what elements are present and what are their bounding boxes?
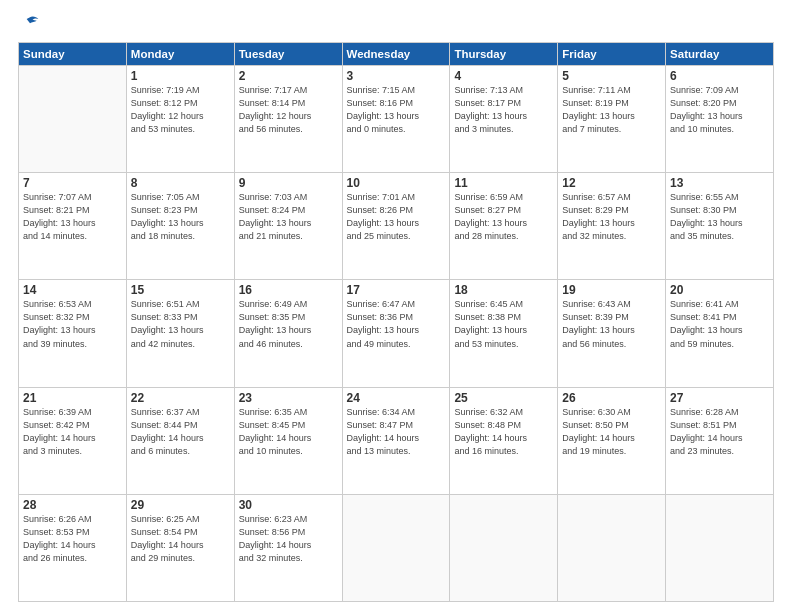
weekday-header-saturday: Saturday [666, 43, 774, 66]
weekday-header-monday: Monday [126, 43, 234, 66]
day-number: 15 [131, 283, 230, 297]
day-number: 12 [562, 176, 661, 190]
calendar-cell: 25Sunrise: 6:32 AMSunset: 8:48 PMDayligh… [450, 387, 558, 494]
day-info: Sunrise: 7:17 AMSunset: 8:14 PMDaylight:… [239, 84, 338, 136]
day-info: Sunrise: 6:37 AMSunset: 8:44 PMDaylight:… [131, 406, 230, 458]
day-number: 26 [562, 391, 661, 405]
day-number: 29 [131, 498, 230, 512]
calendar-cell: 15Sunrise: 6:51 AMSunset: 8:33 PMDayligh… [126, 280, 234, 387]
calendar-cell: 13Sunrise: 6:55 AMSunset: 8:30 PMDayligh… [666, 173, 774, 280]
calendar-cell: 11Sunrise: 6:59 AMSunset: 8:27 PMDayligh… [450, 173, 558, 280]
day-info: Sunrise: 7:09 AMSunset: 8:20 PMDaylight:… [670, 84, 769, 136]
day-info: Sunrise: 6:23 AMSunset: 8:56 PMDaylight:… [239, 513, 338, 565]
day-number: 19 [562, 283, 661, 297]
calendar-cell: 23Sunrise: 6:35 AMSunset: 8:45 PMDayligh… [234, 387, 342, 494]
day-number: 4 [454, 69, 553, 83]
calendar-cell: 17Sunrise: 6:47 AMSunset: 8:36 PMDayligh… [342, 280, 450, 387]
calendar-cell: 12Sunrise: 6:57 AMSunset: 8:29 PMDayligh… [558, 173, 666, 280]
calendar-cell: 20Sunrise: 6:41 AMSunset: 8:41 PMDayligh… [666, 280, 774, 387]
calendar-cell [558, 494, 666, 601]
day-info: Sunrise: 6:47 AMSunset: 8:36 PMDaylight:… [347, 298, 446, 350]
calendar-cell [19, 66, 127, 173]
day-info: Sunrise: 7:11 AMSunset: 8:19 PMDaylight:… [562, 84, 661, 136]
logo [18, 14, 40, 34]
day-number: 5 [562, 69, 661, 83]
calendar-table: SundayMondayTuesdayWednesdayThursdayFrid… [18, 42, 774, 602]
calendar-cell: 16Sunrise: 6:49 AMSunset: 8:35 PMDayligh… [234, 280, 342, 387]
day-info: Sunrise: 6:57 AMSunset: 8:29 PMDaylight:… [562, 191, 661, 243]
calendar-week-1: 1Sunrise: 7:19 AMSunset: 8:12 PMDaylight… [19, 66, 774, 173]
day-info: Sunrise: 6:35 AMSunset: 8:45 PMDaylight:… [239, 406, 338, 458]
calendar-cell: 30Sunrise: 6:23 AMSunset: 8:56 PMDayligh… [234, 494, 342, 601]
day-info: Sunrise: 6:55 AMSunset: 8:30 PMDaylight:… [670, 191, 769, 243]
day-number: 10 [347, 176, 446, 190]
day-info: Sunrise: 6:28 AMSunset: 8:51 PMDaylight:… [670, 406, 769, 458]
calendar-cell [342, 494, 450, 601]
calendar-cell: 7Sunrise: 7:07 AMSunset: 8:21 PMDaylight… [19, 173, 127, 280]
day-number: 25 [454, 391, 553, 405]
calendar-week-4: 21Sunrise: 6:39 AMSunset: 8:42 PMDayligh… [19, 387, 774, 494]
day-number: 8 [131, 176, 230, 190]
day-number: 24 [347, 391, 446, 405]
day-info: Sunrise: 7:05 AMSunset: 8:23 PMDaylight:… [131, 191, 230, 243]
calendar-cell: 2Sunrise: 7:17 AMSunset: 8:14 PMDaylight… [234, 66, 342, 173]
calendar-cell: 10Sunrise: 7:01 AMSunset: 8:26 PMDayligh… [342, 173, 450, 280]
day-number: 20 [670, 283, 769, 297]
day-info: Sunrise: 6:32 AMSunset: 8:48 PMDaylight:… [454, 406, 553, 458]
day-info: Sunrise: 7:01 AMSunset: 8:26 PMDaylight:… [347, 191, 446, 243]
day-info: Sunrise: 6:25 AMSunset: 8:54 PMDaylight:… [131, 513, 230, 565]
day-info: Sunrise: 6:53 AMSunset: 8:32 PMDaylight:… [23, 298, 122, 350]
calendar-cell: 8Sunrise: 7:05 AMSunset: 8:23 PMDaylight… [126, 173, 234, 280]
weekday-header-thursday: Thursday [450, 43, 558, 66]
day-info: Sunrise: 6:26 AMSunset: 8:53 PMDaylight:… [23, 513, 122, 565]
calendar-cell: 24Sunrise: 6:34 AMSunset: 8:47 PMDayligh… [342, 387, 450, 494]
calendar-cell: 3Sunrise: 7:15 AMSunset: 8:16 PMDaylight… [342, 66, 450, 173]
weekday-header-sunday: Sunday [19, 43, 127, 66]
day-number: 11 [454, 176, 553, 190]
day-info: Sunrise: 7:07 AMSunset: 8:21 PMDaylight:… [23, 191, 122, 243]
calendar-week-5: 28Sunrise: 6:26 AMSunset: 8:53 PMDayligh… [19, 494, 774, 601]
day-info: Sunrise: 6:41 AMSunset: 8:41 PMDaylight:… [670, 298, 769, 350]
day-number: 6 [670, 69, 769, 83]
day-info: Sunrise: 6:39 AMSunset: 8:42 PMDaylight:… [23, 406, 122, 458]
day-number: 7 [23, 176, 122, 190]
day-info: Sunrise: 7:13 AMSunset: 8:17 PMDaylight:… [454, 84, 553, 136]
weekday-header-wednesday: Wednesday [342, 43, 450, 66]
day-number: 21 [23, 391, 122, 405]
day-info: Sunrise: 6:49 AMSunset: 8:35 PMDaylight:… [239, 298, 338, 350]
calendar-week-3: 14Sunrise: 6:53 AMSunset: 8:32 PMDayligh… [19, 280, 774, 387]
calendar-cell: 21Sunrise: 6:39 AMSunset: 8:42 PMDayligh… [19, 387, 127, 494]
day-number: 13 [670, 176, 769, 190]
day-info: Sunrise: 6:45 AMSunset: 8:38 PMDaylight:… [454, 298, 553, 350]
calendar-cell: 27Sunrise: 6:28 AMSunset: 8:51 PMDayligh… [666, 387, 774, 494]
day-number: 9 [239, 176, 338, 190]
logo-bird-icon [20, 14, 40, 34]
calendar-cell: 18Sunrise: 6:45 AMSunset: 8:38 PMDayligh… [450, 280, 558, 387]
day-info: Sunrise: 6:43 AMSunset: 8:39 PMDaylight:… [562, 298, 661, 350]
calendar-cell: 22Sunrise: 6:37 AMSunset: 8:44 PMDayligh… [126, 387, 234, 494]
page: SundayMondayTuesdayWednesdayThursdayFrid… [0, 0, 792, 612]
day-number: 17 [347, 283, 446, 297]
calendar-week-2: 7Sunrise: 7:07 AMSunset: 8:21 PMDaylight… [19, 173, 774, 280]
calendar-cell: 29Sunrise: 6:25 AMSunset: 8:54 PMDayligh… [126, 494, 234, 601]
calendar-cell: 4Sunrise: 7:13 AMSunset: 8:17 PMDaylight… [450, 66, 558, 173]
weekday-header-friday: Friday [558, 43, 666, 66]
calendar-cell: 19Sunrise: 6:43 AMSunset: 8:39 PMDayligh… [558, 280, 666, 387]
day-number: 1 [131, 69, 230, 83]
day-number: 28 [23, 498, 122, 512]
weekday-header-row: SundayMondayTuesdayWednesdayThursdayFrid… [19, 43, 774, 66]
day-number: 27 [670, 391, 769, 405]
day-info: Sunrise: 7:19 AMSunset: 8:12 PMDaylight:… [131, 84, 230, 136]
day-number: 3 [347, 69, 446, 83]
weekday-header-tuesday: Tuesday [234, 43, 342, 66]
day-info: Sunrise: 6:30 AMSunset: 8:50 PMDaylight:… [562, 406, 661, 458]
calendar-cell: 26Sunrise: 6:30 AMSunset: 8:50 PMDayligh… [558, 387, 666, 494]
day-number: 30 [239, 498, 338, 512]
day-info: Sunrise: 7:03 AMSunset: 8:24 PMDaylight:… [239, 191, 338, 243]
header [18, 14, 774, 34]
calendar-cell: 6Sunrise: 7:09 AMSunset: 8:20 PMDaylight… [666, 66, 774, 173]
calendar-cell: 14Sunrise: 6:53 AMSunset: 8:32 PMDayligh… [19, 280, 127, 387]
day-number: 16 [239, 283, 338, 297]
calendar-cell [666, 494, 774, 601]
day-info: Sunrise: 7:15 AMSunset: 8:16 PMDaylight:… [347, 84, 446, 136]
